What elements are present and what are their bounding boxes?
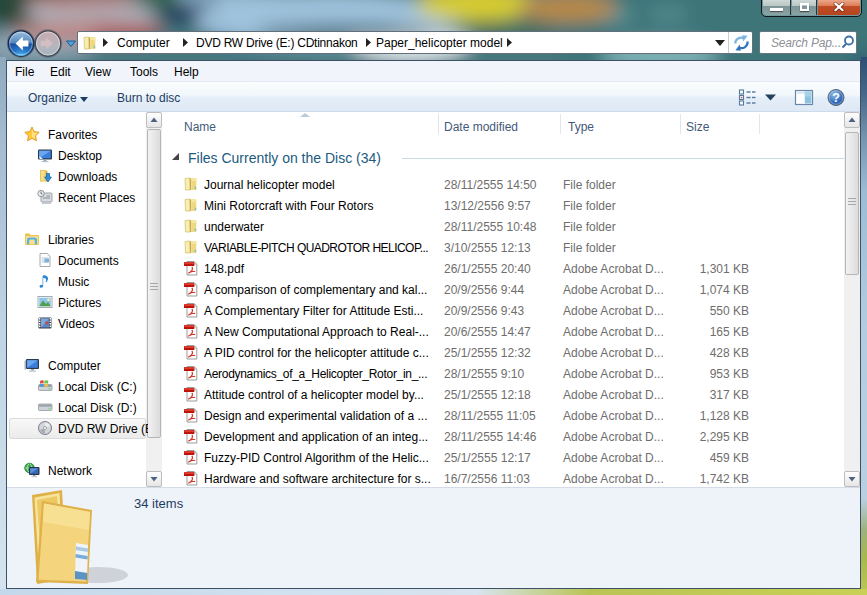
svg-text:?: ? — [832, 91, 840, 105]
